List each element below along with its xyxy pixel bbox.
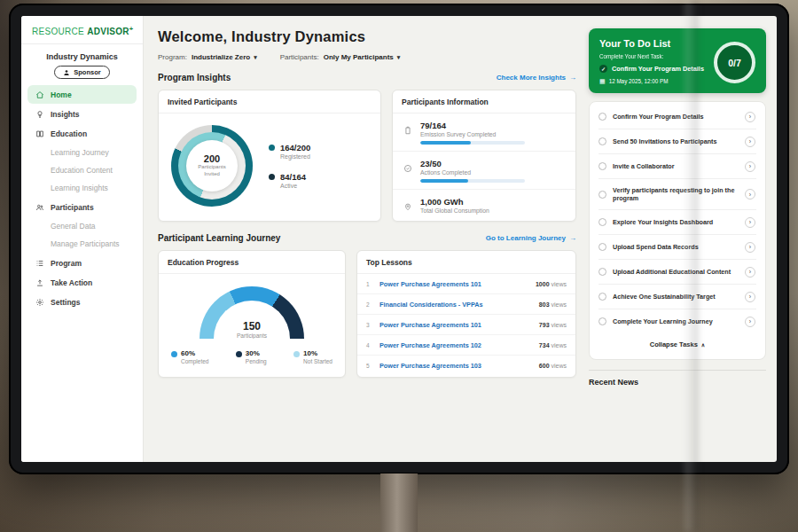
task-checkbox[interactable]: [598, 317, 606, 325]
task-chevron-icon[interactable]: ›: [745, 292, 755, 302]
task-checkbox[interactable]: [598, 191, 606, 199]
lightbulb-icon: [35, 110, 44, 119]
lesson-link[interactable]: Power Purchase Agreements 101: [379, 321, 532, 329]
task-label: Explore Your Insights Dashboard: [613, 218, 739, 227]
lesson-views-value: 803: [539, 301, 550, 308]
task-chevron-icon[interactable]: ›: [745, 242, 755, 253]
logo-plus: +: [129, 25, 134, 33]
legend-item-registered: 164/200 Registered: [269, 143, 310, 160]
task-chevron-icon[interactable]: ›: [745, 161, 755, 172]
main-content: Welcome, Industry Dynamics Program: Indu…: [144, 16, 589, 462]
task-item[interactable]: Explore Your Insights Dashboard ›: [598, 210, 756, 235]
task-checkbox[interactable]: [598, 137, 606, 145]
lesson-views-unit: views: [551, 363, 567, 369]
task-checkbox[interactable]: [598, 113, 606, 121]
task-chevron-icon[interactable]: ›: [745, 217, 755, 228]
task-chevron-icon[interactable]: ›: [745, 112, 755, 122]
task-label: Upload Additional Educational Content: [613, 268, 739, 277]
completed-label: Completed: [181, 358, 208, 364]
task-item[interactable]: Verify participants requesting to join t…: [598, 179, 756, 210]
recent-news-header: Recent News: [589, 370, 766, 387]
check-circle-icon: [403, 159, 413, 183]
participants-select[interactable]: Only My Participants ▾: [324, 53, 401, 61]
lesson-views-unit: views: [551, 281, 567, 287]
sidebar-item-label: Insights: [51, 110, 80, 119]
global-consumption-label: Total Global Consumption: [420, 207, 489, 214]
sponsor-badge[interactable]: Sponsor: [54, 66, 109, 79]
lesson-views-value: 793: [539, 322, 550, 328]
go-to-learning-journey-link[interactable]: Go to Learning Journey →: [486, 234, 576, 242]
sidebar-item-settings[interactable]: Settings: [27, 293, 137, 311]
sidebar-nav: Home Insights Education Learning Journey…: [21, 85, 143, 311]
task-chevron-icon[interactable]: ›: [745, 267, 755, 278]
people-icon: [35, 203, 44, 212]
lesson-link[interactable]: Power Purchase Agreements 103: [379, 362, 532, 370]
sidebar-item-label: Program: [51, 259, 82, 268]
sidebar-item-manage-participants[interactable]: Manage Participants: [21, 235, 143, 253]
list-icon: [35, 259, 44, 268]
sidebar-item-education-content[interactable]: Education Content: [21, 161, 143, 179]
task-chevron-icon[interactable]: ›: [745, 317, 755, 327]
sidebar-item-education[interactable]: Education: [27, 124, 137, 143]
task-checkbox[interactable]: [598, 293, 606, 301]
task-item[interactable]: Achieve One Sustainability Target ›: [598, 285, 756, 309]
sponsor-badge-label: Sponsor: [74, 68, 100, 76]
task-chevron-icon[interactable]: ›: [745, 189, 755, 200]
task-item[interactable]: Confirm Your Program Details ›: [598, 105, 756, 129]
task-item[interactable]: Upload Spend Data Records ›: [598, 235, 756, 260]
task-checkbox[interactable]: [598, 218, 606, 226]
task-checkbox[interactable]: [598, 243, 606, 251]
task-item[interactable]: Send 50 Invitations to Participants ›: [598, 129, 756, 154]
task-label: Verify participants requesting to join t…: [613, 186, 739, 203]
lesson-rank: 4: [366, 342, 372, 348]
sidebar-item-program[interactable]: Program: [27, 254, 137, 272]
participants-information-card: Participants Information 79/164 Emission…: [392, 90, 576, 222]
lightblue-dot-icon: [293, 351, 300, 357]
registered-value: 164/200: [280, 143, 310, 153]
sidebar-item-general-data[interactable]: General Data: [21, 217, 143, 235]
lesson-views-value: 600: [539, 363, 550, 369]
task-checkbox[interactable]: [598, 268, 606, 276]
arrow-right-icon: →: [569, 74, 576, 82]
active-label: Active: [280, 183, 306, 189]
participants-filter: Participants: Only My Participants ▾: [280, 53, 401, 61]
task-item[interactable]: Upload Additional Educational Content ›: [598, 260, 756, 285]
lesson-views-unit: views: [551, 322, 567, 328]
task-item[interactable]: Complete Your Learning Journey ›: [598, 309, 756, 333]
program-select[interactable]: Industrialize Zero ▾: [192, 53, 257, 61]
sidebar-item-label: Education: [51, 129, 87, 138]
sidebar-item-learning-insights[interactable]: Learning Insights: [21, 179, 143, 197]
todo-summary-card: Your To Do List Complete Your Next Task:…: [589, 28, 766, 93]
lesson-row: 1 Power Purchase Agreements 101 1000 vie…: [357, 274, 575, 294]
sidebar-item-home[interactable]: Home: [27, 85, 137, 104]
actions-completed-row: 23/50 Actions Completed: [393, 152, 575, 190]
sidebar-item-insights[interactable]: Insights: [27, 105, 137, 123]
collapse-tasks-button[interactable]: Collapse Tasks ∧: [598, 333, 756, 356]
check-more-insights-link[interactable]: Check More Insights →: [497, 74, 576, 82]
emission-survey-value: 79/164: [420, 121, 525, 130]
monitor-stand: [380, 473, 418, 532]
completed-value: 60%: [181, 349, 208, 357]
actions-completed-value: 23/50: [420, 159, 525, 168]
learning-journey-title: Participant Learning Journey: [158, 233, 280, 243]
lesson-link[interactable]: Power Purchase Agreements 102: [379, 341, 532, 349]
lesson-link[interactable]: Power Purchase Agreements 101: [379, 280, 528, 288]
emission-survey-label: Emission Survey Completed: [420, 131, 525, 137]
task-label: Upload Spend Data Records: [613, 243, 739, 252]
sidebar-item-take-action[interactable]: Take Action: [27, 273, 137, 292]
pending-label: Pending: [246, 358, 267, 364]
active-value: 84/164: [280, 172, 306, 182]
task-checkbox[interactable]: [598, 162, 606, 170]
lesson-link[interactable]: Financial Considerations - VPPAs: [379, 301, 532, 309]
task-item[interactable]: Invite a Collaborator ›: [598, 154, 756, 179]
lesson-rank: 1: [366, 281, 372, 287]
todo-next-task[interactable]: ✓ Confirm Your Program Details: [599, 65, 720, 73]
teal-dot-icon: [269, 145, 275, 151]
sidebar-item-learning-journey[interactable]: Learning Journey: [21, 144, 143, 161]
dashboard-screen: RESOURCE ADVISOR+ Industry Dynamics Spon…: [21, 16, 777, 462]
sidebar-item-participants[interactable]: Participants: [27, 198, 137, 216]
invited-participants-body: 200 Participants Invited 164/200 Registe: [159, 113, 380, 219]
task-chevron-icon[interactable]: ›: [745, 137, 755, 147]
monitor-bezel: RESOURCE ADVISOR+ Industry Dynamics Spon…: [9, 4, 789, 474]
calendar-icon: ▦: [599, 78, 606, 84]
